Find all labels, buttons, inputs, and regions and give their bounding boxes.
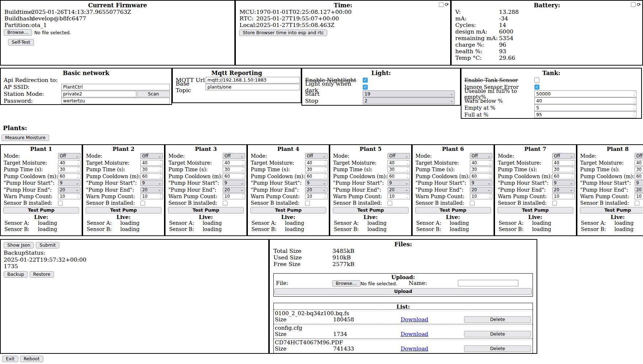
battery-autorefresh-checkbox[interactable] bbox=[631, 2, 636, 7]
light-stop-select[interactable]: 2 bbox=[363, 97, 455, 104]
warn-pump-count-input[interactable]: 10 bbox=[552, 193, 575, 199]
spinner-icon[interactable] bbox=[77, 161, 80, 164]
pump-cooldown-input[interactable]: 60 bbox=[305, 173, 328, 179]
spinner-icon[interactable] bbox=[571, 195, 574, 198]
spinner-icon[interactable] bbox=[571, 175, 574, 178]
pump-time-input[interactable]: 30 bbox=[140, 167, 163, 172]
pump-hour-start-select[interactable]: 9 bbox=[552, 180, 575, 186]
pump-cooldown-input[interactable]: 60 bbox=[140, 173, 163, 179]
pump-time-input[interactable]: 30 bbox=[223, 167, 245, 172]
delete-button[interactable]: Delete bbox=[464, 345, 531, 352]
test-pump-button[interactable]: Test Pump bbox=[498, 207, 573, 214]
spinner-icon[interactable] bbox=[571, 161, 574, 164]
sensor-b-installed-checkbox[interactable] bbox=[140, 201, 145, 206]
sensor-b-installed-checkbox[interactable] bbox=[552, 201, 557, 206]
pump-cooldown-input[interactable]: 60 bbox=[470, 173, 492, 179]
scan-button[interactable]: Scan bbox=[137, 91, 170, 97]
warn-pump-count-input[interactable]: 10 bbox=[387, 193, 410, 199]
sensor-b-installed-checkbox[interactable] bbox=[387, 201, 392, 206]
test-pump-button[interactable]: Test Pump bbox=[250, 207, 326, 214]
mode-select[interactable]: Off bbox=[635, 153, 643, 159]
warn-pump-count-input[interactable]: 10 bbox=[635, 193, 643, 199]
pump-time-input[interactable]: 30 bbox=[552, 167, 575, 172]
pump-time-input[interactable]: 30 bbox=[387, 167, 410, 172]
sensor-b-installed-checkbox[interactable] bbox=[223, 201, 227, 206]
test-pump-button[interactable]: Test Pump bbox=[168, 207, 244, 214]
time-refresh-icon[interactable]: ⟳ bbox=[445, 2, 449, 7]
sensor-b-installed-checkbox[interactable] bbox=[635, 201, 639, 206]
target-moisture-input[interactable]: 40 bbox=[387, 160, 410, 166]
show-json-button[interactable]: Show Json bbox=[4, 242, 34, 248]
spinner-icon[interactable] bbox=[632, 99, 636, 102]
target-moisture-input[interactable]: 40 bbox=[470, 160, 492, 166]
reboot-button[interactable]: Reboot bbox=[20, 356, 43, 362]
test-pump-button[interactable]: Test Pump bbox=[333, 207, 409, 214]
spinner-icon[interactable] bbox=[241, 195, 245, 198]
mode-select[interactable]: Off bbox=[470, 153, 492, 159]
warn-pump-count-input[interactable]: 10 bbox=[223, 193, 245, 199]
mode-select[interactable]: Off bbox=[305, 153, 328, 159]
spinner-icon[interactable] bbox=[241, 168, 245, 171]
light-only-dark-checkbox[interactable] bbox=[363, 85, 368, 90]
spinner-icon[interactable] bbox=[632, 113, 636, 116]
spinner-icon[interactable] bbox=[159, 195, 163, 198]
spinner-icon[interactable] bbox=[324, 195, 327, 198]
pump-time-input[interactable]: 30 bbox=[58, 167, 81, 172]
tank-number-input[interactable]: 50000 bbox=[534, 90, 636, 97]
exit-button[interactable]: Exit bbox=[2, 356, 18, 362]
mode-select[interactable]: Off bbox=[223, 153, 245, 159]
spinner-icon[interactable] bbox=[406, 175, 410, 178]
target-moisture-input[interactable]: 40 bbox=[635, 160, 643, 166]
firmware-browse-button[interactable]: Browse… bbox=[4, 29, 32, 36]
pump-hour-start-select[interactable]: 9 bbox=[470, 180, 492, 186]
delete-button[interactable]: Delete bbox=[464, 316, 531, 323]
mode-select[interactable]: Off bbox=[140, 153, 163, 159]
spinner-icon[interactable] bbox=[324, 168, 327, 171]
target-moisture-input[interactable]: 40 bbox=[140, 160, 163, 166]
spinner-icon[interactable] bbox=[77, 175, 80, 178]
pump-hour-start-select[interactable]: 9 bbox=[387, 180, 410, 186]
measure-moisture-button[interactable]: Measure Moisture bbox=[1, 134, 49, 141]
pump-hour-end-select[interactable]: 20 bbox=[552, 187, 575, 193]
submit-button[interactable]: Submit bbox=[36, 242, 59, 248]
pump-cooldown-input[interactable]: 60 bbox=[58, 173, 81, 179]
mqtt-url-input[interactable] bbox=[206, 77, 300, 83]
backup-button[interactable]: Backup bbox=[4, 271, 28, 278]
ap-ssid-input[interactable] bbox=[61, 84, 170, 90]
warn-pump-count-input[interactable]: 10 bbox=[470, 193, 492, 199]
spinner-icon[interactable] bbox=[406, 195, 410, 198]
mode-select[interactable]: Off bbox=[552, 153, 575, 159]
target-moisture-input[interactable]: 40 bbox=[223, 160, 245, 166]
mode-select[interactable]: Off bbox=[387, 153, 410, 159]
base-topic-input[interactable] bbox=[206, 84, 300, 90]
download-link[interactable]: Download bbox=[401, 316, 428, 323]
spinner-icon[interactable] bbox=[488, 175, 492, 178]
spinner-icon[interactable] bbox=[77, 168, 80, 171]
pump-cooldown-input[interactable]: 60 bbox=[552, 173, 575, 179]
restore-button[interactable]: Restore bbox=[30, 271, 54, 278]
pump-hour-end-select[interactable]: 20 bbox=[470, 187, 492, 193]
pump-hour-end-select[interactable]: 20 bbox=[305, 187, 328, 193]
test-pump-button[interactable]: Test Pump bbox=[580, 207, 643, 214]
pump-hour-start-select[interactable]: 9 bbox=[58, 180, 81, 186]
store-browser-time-button[interactable]: Store Browser time into esp and rtc bbox=[239, 30, 327, 36]
pump-time-input[interactable]: 30 bbox=[470, 167, 492, 172]
tank-number-input[interactable]: 40 bbox=[534, 97, 636, 104]
pump-time-input[interactable]: 30 bbox=[305, 167, 328, 172]
light-start-select[interactable]: 19 bbox=[363, 90, 455, 97]
spinner-icon[interactable] bbox=[324, 161, 327, 164]
spinner-icon[interactable] bbox=[324, 175, 327, 178]
sensor-b-installed-checkbox[interactable] bbox=[58, 201, 63, 206]
spinner-icon[interactable] bbox=[159, 161, 163, 164]
mode-select[interactable]: Off bbox=[58, 153, 81, 159]
spinner-icon[interactable] bbox=[406, 161, 410, 164]
station-mode-input[interactable] bbox=[61, 91, 136, 97]
spinner-icon[interactable] bbox=[159, 175, 163, 178]
spinner-icon[interactable] bbox=[159, 168, 163, 171]
pump-hour-end-select[interactable]: 20 bbox=[140, 187, 163, 193]
enable-nightlight-checkbox[interactable] bbox=[363, 78, 368, 83]
spinner-icon[interactable] bbox=[406, 168, 410, 171]
pump-hour-end-select[interactable]: 20 bbox=[635, 187, 643, 193]
spinner-icon[interactable] bbox=[632, 106, 636, 109]
warn-pump-count-input[interactable]: 10 bbox=[140, 193, 163, 199]
